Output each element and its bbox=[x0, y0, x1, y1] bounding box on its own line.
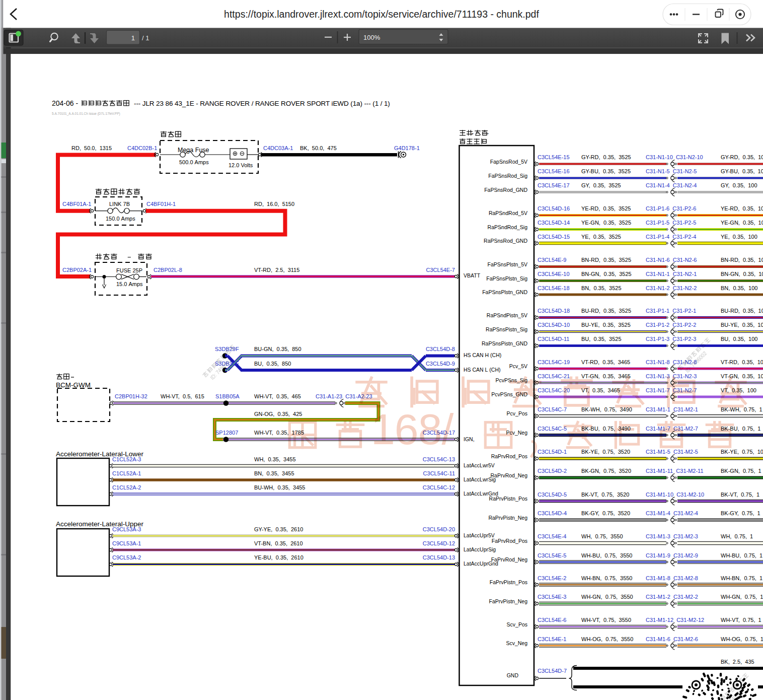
svg-text:YE, 0.35, 3525: YE, 0.35, 3525 bbox=[581, 234, 621, 240]
svg-text:100%: 100% bbox=[363, 34, 380, 41]
svg-text:BK-VT, 0.75, 1: BK-VT, 0.75, 1 bbox=[721, 492, 759, 498]
svg-text:RaPSndRod_5V: RaPSndRod_5V bbox=[489, 210, 527, 216]
svg-text:12.0 Volts: 12.0 Volts bbox=[228, 162, 253, 168]
svg-text:C3CL54E-9: C3CL54E-9 bbox=[538, 257, 566, 263]
svg-text:BK-YE, 0.75, 3520: BK-YE, 0.75, 3520 bbox=[581, 449, 630, 455]
svg-text:C3CL54C-13: C3CL54C-13 bbox=[423, 456, 455, 462]
svg-text:RaPSndRod_Sig: RaPSndRod_Sig bbox=[488, 224, 528, 230]
svg-text:VT-GN, 0.35, 3465: VT-GN, 0.35, 3465 bbox=[581, 373, 631, 379]
svg-text:-: - bbox=[485, 129, 489, 137]
svg-text:YE-RD, 0.35, 3525: YE-RD, 0.35, 3525 bbox=[581, 205, 631, 212]
svg-text:SP12807: SP12807 bbox=[215, 430, 238, 436]
svg-text:LatAccUprSig: LatAccUprSig bbox=[464, 546, 496, 552]
svg-text:BK, 2.5, 435: BK, 2.5, 435 bbox=[721, 659, 754, 665]
svg-text:C31-N1-3 C31-N2-3: C31-N1-3 C31-N2-3 bbox=[646, 373, 697, 379]
svg-text:G4D178-1: G4D178-1 bbox=[394, 145, 420, 151]
svg-text:5.A.70101_A.A.01.01.Ch issue (: 5.A.70101_A.A.01.01.Ch issue (D7L:17feV.… bbox=[52, 112, 120, 116]
svg-text:FaPrvRod_Neg: FaPrvRod_Neg bbox=[491, 556, 528, 563]
svg-text:RaPSnsPistn_Sig: RaPSnsPistn_Sig bbox=[486, 326, 527, 332]
svg-text:VT-GN, 0.35, 10: VT-GN, 0.35, 10 bbox=[721, 373, 763, 379]
svg-text:WH-OG, 0.75, 3550: WH-OG, 0.75, 3550 bbox=[581, 636, 633, 642]
svg-text:WH-BU, 0.75, 1: WH-BU, 0.75, 1 bbox=[721, 552, 762, 558]
svg-text:C3CL54D-14: C3CL54D-14 bbox=[538, 220, 570, 226]
svg-text:BU, 0.35, 850: BU, 0.35, 850 bbox=[254, 361, 291, 367]
svg-text:FapSnsRod_5V: FapSnsRod_5V bbox=[490, 159, 527, 165]
svg-text:C31-M1-10 C31-M2-10: C31-M1-10 C31-M2-10 bbox=[646, 492, 704, 498]
svg-text:S3DB29F: S3DB29F bbox=[215, 346, 239, 352]
svg-text:C4DC03A-1: C4DC03A-1 bbox=[263, 145, 293, 151]
svg-text:BU-YE, 0.35, 3525: BU-YE, 0.35, 3525 bbox=[581, 322, 631, 328]
svg-text:BU, 0.35, 100: BU, 0.35, 100 bbox=[721, 336, 757, 342]
svg-text:C4BF01H-1: C4BF01H-1 bbox=[146, 201, 176, 207]
svg-text:WH-VT, 0.75, 3550: WH-VT, 0.75, 3550 bbox=[581, 617, 631, 623]
svg-text:BCM-GWM: BCM-GWM bbox=[56, 381, 91, 389]
svg-text:C3CL54E-17: C3CL54E-17 bbox=[538, 182, 570, 188]
svg-text:C31-P1-1 C31-P2-1: C31-P1-1 C31-P2-1 bbox=[646, 308, 696, 314]
svg-text:BK-GN, 0.75, 3520: BK-GN, 0.75, 3520 bbox=[581, 468, 631, 474]
svg-text:Scv_Neg: Scv_Neg bbox=[506, 640, 527, 646]
svg-text:RaPSndPistn_5V: RaPSndPistn_5V bbox=[487, 312, 527, 318]
svg-text:WH-VT, 0.35, 465: WH-VT, 0.35, 465 bbox=[254, 393, 301, 399]
svg-text:LatAccLwr5V: LatAccLwr5V bbox=[464, 462, 495, 468]
svg-text:WH-GN, 0.75, 3550: WH-GN, 0.75, 3550 bbox=[581, 594, 633, 600]
svg-text:BU-GN, 0.35, 850: BU-GN, 0.35, 850 bbox=[254, 346, 301, 352]
svg-text:C3CL54D-7: C3CL54D-7 bbox=[538, 668, 567, 674]
svg-text:C4BF01A-1: C4BF01A-1 bbox=[62, 201, 91, 207]
svg-text:VBATT: VBATT bbox=[464, 272, 481, 278]
svg-text:C31-M1-6 C31-M2-6: C31-M1-6 C31-M2-6 bbox=[646, 636, 698, 642]
svg-text:RaPrvRod_Pos: RaPrvRod_Pos bbox=[491, 453, 527, 459]
svg-text:BU-RD, 0.35, 10: BU-RD, 0.35, 10 bbox=[721, 308, 763, 314]
svg-text:HS CAN H (CH): HS CAN H (CH) bbox=[464, 352, 501, 358]
svg-text:GY, 0.35, 3525: GY, 0.35, 3525 bbox=[581, 182, 621, 188]
svg-text:WH, 0.35, 3455: WH, 0.35, 3455 bbox=[254, 456, 296, 462]
svg-text:C3CL54D-11: C3CL54D-11 bbox=[538, 336, 569, 342]
svg-text:C31-M1-2 C31-M2-2: C31-M1-2 C31-M2-2 bbox=[646, 594, 698, 600]
svg-text:C31-M1-11 C31-M2-11: C31-M1-11 C31-M2-11 bbox=[646, 468, 704, 474]
svg-text:WH, 0.75, 1: WH, 0.75, 1 bbox=[721, 533, 753, 539]
svg-text:FaPSnsPlstn_GND: FaPSnsPlstn_GND bbox=[482, 289, 527, 295]
svg-text:RD, 50.0, 1315: RD, 50.0, 1315 bbox=[71, 145, 112, 151]
svg-text:BK, 50.0, 475: BK, 50.0, 475 bbox=[300, 145, 337, 151]
svg-text:LatAccUpr5V: LatAccUpr5V bbox=[464, 532, 495, 538]
svg-text:S1BB05A: S1BB05A bbox=[215, 393, 240, 399]
svg-text:15.0 Amps: 15.0 Amps bbox=[116, 281, 143, 287]
svg-text:C3CL54D-18: C3CL54D-18 bbox=[538, 308, 570, 314]
svg-text:C3CL54E-7: C3CL54E-7 bbox=[426, 267, 455, 273]
svg-text:C31-P1-2 C31-P2-2: C31-P1-2 C31-P2-2 bbox=[646, 322, 696, 328]
svg-text:204-06 -: 204-06 - bbox=[52, 99, 80, 107]
svg-text:GY-BU, 0.35, 10: GY-BU, 0.35, 10 bbox=[721, 168, 763, 174]
svg-text:C4DC02B-1: C4DC02B-1 bbox=[127, 145, 157, 151]
svg-text:C3CL54E-3: C3CL54E-3 bbox=[538, 594, 566, 600]
svg-text:--- JLR 23 86 43_1E - RANGE RO: --- JLR 23 86 43_1E - RANGE ROVER / RANG… bbox=[134, 100, 390, 107]
svg-text:C3CL54E-16: C3CL54E-16 bbox=[538, 168, 570, 174]
svg-text:WH-BN, 0.75, 1: WH-BN, 0.75, 1 bbox=[721, 575, 762, 581]
svg-text:WH-BN, 0.75, 3550: WH-BN, 0.75, 3550 bbox=[581, 575, 633, 581]
svg-text:-: - bbox=[470, 129, 474, 137]
svg-text:BN-RD, 0.35, 3525: BN-RD, 0.35, 3525 bbox=[581, 257, 631, 263]
svg-text:BN-GN, 0.35, 10: BN-GN, 0.35, 10 bbox=[721, 271, 763, 277]
svg-text:C3CL54D-16: C3CL54D-16 bbox=[538, 205, 570, 212]
svg-text:C3CL54C-5: C3CL54C-5 bbox=[538, 426, 567, 432]
svg-text:C3CL54E-18: C3CL54E-18 bbox=[538, 285, 570, 291]
svg-text:C2BP02A-1: C2BP02A-1 bbox=[62, 267, 92, 273]
svg-text:FaPSnsRod_GND: FaPSnsRod_GND bbox=[484, 187, 527, 193]
svg-text:FaPSnsPlstn_5V: FaPSnsPlstn_5V bbox=[488, 261, 527, 267]
svg-text:C3CL54E-10: C3CL54E-10 bbox=[538, 271, 570, 277]
svg-text:RaPSnsRod_GND: RaPSnsRod_GND bbox=[484, 238, 527, 244]
svg-text:C31-P1-3 C31-P2-3: C31-P1-3 C31-P2-3 bbox=[646, 336, 696, 342]
svg-text:C31-P1-4 C31-P2-4: C31-P1-4 C31-P2-4 bbox=[646, 234, 696, 240]
svg-text:GY-BU, 0.35, 3525: GY-BU, 0.35, 3525 bbox=[581, 168, 631, 174]
svg-text:BU-WH, 0.35, 3455: BU-WH, 0.35, 3455 bbox=[254, 484, 306, 491]
svg-text:500.0 Amps: 500.0 Amps bbox=[179, 159, 209, 165]
svg-text:C31-N1-4 C31-N2-4: C31-N1-4 C31-N2-4 bbox=[646, 182, 697, 188]
svg-text:1: 1 bbox=[131, 34, 135, 42]
svg-text:Pcv_Pos: Pcv_Pos bbox=[507, 410, 527, 416]
svg-text:C3CL54D-9: C3CL54D-9 bbox=[426, 361, 455, 367]
svg-text:WH-OG, 0.75, 1: WH-OG, 0.75, 1 bbox=[721, 636, 763, 642]
svg-text:YE-GN, 0.35, 10: YE-GN, 0.35, 10 bbox=[721, 220, 763, 226]
svg-text:C3CL54D-5: C3CL54D-5 bbox=[538, 492, 567, 498]
svg-text:C31-P1-6 C31-P2-6: C31-P1-6 C31-P2-6 bbox=[646, 205, 696, 212]
svg-text:C3CL54E-1: C3CL54E-1 bbox=[538, 636, 566, 642]
svg-text:BN, 0.35, 3525: BN, 0.35, 3525 bbox=[581, 285, 622, 291]
svg-text:BK-VT, 0.75, 3520: BK-VT, 0.75, 3520 bbox=[581, 492, 629, 498]
